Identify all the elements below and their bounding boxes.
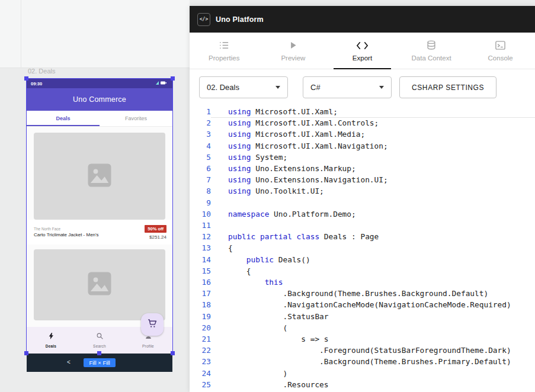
code-editor[interactable]: 1using Microsoft.UI.Xaml;2using Microsof…: [190, 106, 535, 392]
line-text: using Uno.Extensions.Markup;: [211, 163, 535, 174]
line-number: 12: [190, 231, 211, 242]
code-line: 24 ): [190, 368, 535, 379]
code-line: 18 .NavigationCacheMode(NavigationCacheM…: [190, 299, 535, 310]
line-number: 23: [190, 356, 211, 367]
tab-label: Preview: [281, 54, 305, 62]
line-number: 19: [190, 311, 211, 322]
cart-icon: [147, 318, 158, 331]
code-line: 2using Microsoft.UI.Xaml.Controls;: [190, 117, 535, 128]
product-image-placeholder: [34, 133, 165, 220]
code-line: 8using Uno.Toolkit.UI;: [190, 185, 535, 197]
product-image-placeholder: [34, 249, 165, 320]
line-number: 14: [190, 254, 211, 265]
code-icon: [356, 40, 369, 51]
uno-logo-icon: </>: [197, 13, 210, 26]
panel-tab-bar: PropertiesPreviewExportData ContextConso…: [190, 33, 535, 69]
language-dropdown[interactable]: C#: [303, 76, 392, 98]
line-text: {: [211, 265, 535, 277]
code-line: 9: [190, 197, 535, 208]
language-dropdown-value: C#: [310, 83, 321, 92]
image-icon: [84, 160, 115, 193]
phone-app-bar: Uno Commerce: [27, 88, 172, 111]
code-line: 20 (: [190, 322, 535, 333]
line-text: .NavigationCacheMode(NavigationCacheMode…: [211, 299, 535, 310]
code-line: 15 {: [190, 265, 535, 277]
phone-tab-favorites[interactable]: Favorites: [100, 111, 172, 126]
phone-tab-deals[interactable]: Deals: [27, 111, 100, 126]
collapse-chevron-icon[interactable]: <: [67, 359, 71, 366]
selection-handle[interactable]: [171, 76, 175, 81]
nav-item-search[interactable]: Search: [75, 330, 124, 354]
line-number: 15: [190, 265, 211, 277]
chevron-down-icon: [379, 86, 384, 89]
line-number: 16: [190, 277, 211, 288]
code-line: 22 .Foreground(StatusBarForegroundTheme.…: [190, 345, 535, 356]
page-dropdown-value: 02. Deals: [207, 83, 239, 92]
line-number: 7: [190, 174, 211, 185]
tab-preview[interactable]: Preview: [259, 33, 328, 69]
code-line: 12public partial class Deals : Page: [190, 231, 535, 242]
code-line: 25 .Resources: [190, 379, 535, 390]
discount-badge: 50% off: [145, 225, 166, 233]
code-line: 21 s => s: [190, 333, 535, 345]
line-text: [211, 220, 535, 231]
line-number: 24: [190, 368, 211, 379]
line-number: 10: [190, 208, 211, 220]
code-line: 10namespace Uno.Platform.Demo;: [190, 208, 535, 220]
product-info-row[interactable]: The North Face Carto Triclimate Jacket -…: [27, 220, 172, 245]
code-line: 4using Microsoft.UI.Xaml.Navigation;: [190, 140, 535, 152]
nav-label: Deals: [46, 344, 56, 348]
tab-console[interactable]: Console: [466, 33, 535, 69]
tab-label: Console: [488, 54, 513, 62]
line-text: using Microsoft.UI.Xaml.Controls;: [211, 117, 535, 128]
tab-export[interactable]: Export: [328, 33, 397, 69]
line-number: 4: [190, 140, 211, 152]
selection-handle[interactable]: [24, 76, 28, 81]
code-line: 19 .StatusBar: [190, 311, 535, 322]
line-number: 11: [190, 220, 211, 231]
database-icon: [426, 40, 437, 51]
app-title: Uno Commerce: [73, 95, 126, 104]
cart-fab[interactable]: [141, 313, 164, 336]
selection-handle[interactable]: [24, 351, 28, 355]
resize-toolbar[interactable]: < Fill × Fill: [27, 354, 172, 372]
line-text: .Background(Theme.Brushes.Background.Def…: [211, 288, 535, 299]
panel-header: </> Uno Platform: [190, 6, 535, 33]
line-number: 21: [190, 333, 211, 345]
status-time: 09:30: [31, 81, 42, 86]
artboard-label[interactable]: 02. Deals: [28, 68, 55, 75]
line-number: 20: [190, 322, 211, 333]
nav-item-deals[interactable]: Deals: [27, 330, 75, 354]
canvas-top-band: [0, 0, 190, 68]
nav-label: Search: [93, 344, 106, 348]
fill-size-badge[interactable]: Fill × Fill: [84, 358, 115, 367]
selection-handle[interactable]: [97, 351, 101, 355]
line-text: [211, 197, 535, 208]
line-number: 5: [190, 152, 211, 163]
csharp-settings-button[interactable]: CSHARP SETTINGS: [399, 76, 496, 98]
line-number: 1: [190, 106, 211, 117]
selection-handle[interactable]: [171, 351, 175, 355]
line-number: 17: [190, 288, 211, 299]
tab-properties[interactable]: Properties: [190, 33, 259, 69]
line-text: .Resources: [211, 379, 535, 390]
code-line: 13{: [190, 242, 535, 253]
line-number: 3: [190, 128, 211, 140]
line-text: .Foreground(StatusBarForegroundTheme.Dar…: [211, 345, 535, 356]
line-text: .Background(Theme.Brushes.Primary.Defaul…: [211, 356, 535, 367]
status-icons: [155, 81, 168, 86]
line-text: ): [211, 368, 535, 379]
line-text: (: [211, 322, 535, 333]
line-text: using Microsoft.UI.Xaml.Media;: [211, 128, 535, 140]
code-line: 14 public Deals(): [190, 254, 535, 265]
play-icon: [288, 40, 298, 51]
line-number: 6: [190, 163, 211, 174]
tab-data-context[interactable]: Data Context: [397, 33, 466, 69]
artboard-phone[interactable]: 09:30 Uno Commerce DealsFavorites The No…: [27, 79, 172, 372]
line-text: {: [211, 242, 535, 253]
code-line: 11: [190, 220, 535, 231]
page-dropdown[interactable]: 02. Deals: [199, 76, 288, 98]
tab-label: Export: [353, 54, 372, 62]
code-line: 23 .Background(Theme.Brushes.Primary.Def…: [190, 356, 535, 367]
phone-mockup[interactable]: 09:30 Uno Commerce DealsFavorites The No…: [27, 79, 172, 354]
